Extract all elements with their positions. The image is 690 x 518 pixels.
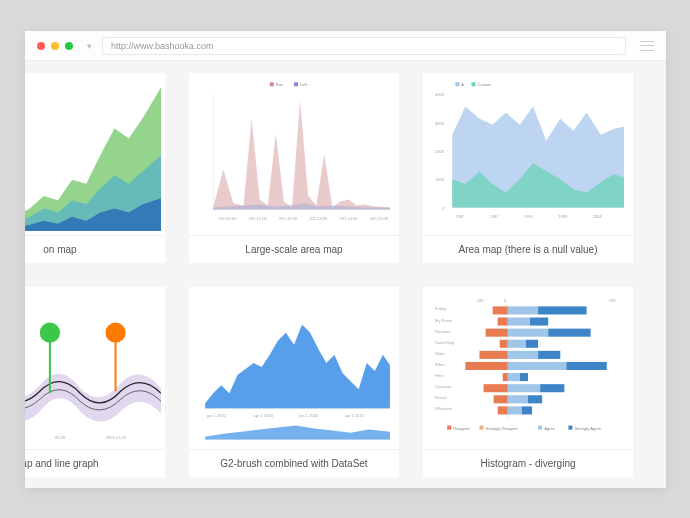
chart-plot xyxy=(25,73,165,235)
chart-caption: on map xyxy=(25,235,165,263)
svg-text:Agree: Agree xyxy=(544,426,556,431)
chart-plot: 4000 3000 2000 1000 0 A Custom xyxy=(423,73,633,235)
svg-rect-102 xyxy=(568,426,572,430)
svg-text:2000: 2000 xyxy=(435,149,445,154)
svg-text:0: 0 xyxy=(504,298,507,303)
svg-text:apr 1 2010: apr 1 2010 xyxy=(345,413,365,418)
svg-text:jan 1 2002: jan 1 2002 xyxy=(206,413,227,418)
svg-rect-75 xyxy=(538,351,560,359)
svg-text:2003: 2003 xyxy=(593,214,603,219)
chart-card-area-null[interactable]: 4000 3000 2000 1000 0 A Custom xyxy=(423,73,633,263)
svg-text:207-11:00: 207-11:00 xyxy=(249,216,268,221)
url-bar[interactable]: http://www.bashooka.com xyxy=(102,37,626,55)
svg-text:Constant: Constant xyxy=(435,384,452,389)
svg-text:Custom: Custom xyxy=(478,82,493,87)
svg-rect-63 xyxy=(530,318,548,326)
svg-point-39 xyxy=(105,323,125,343)
svg-rect-83 xyxy=(520,373,528,381)
svg-rect-58 xyxy=(508,306,538,314)
collapse-icon[interactable]: ▾ xyxy=(87,41,92,51)
svg-text:My Name: My Name xyxy=(435,318,453,323)
svg-text:Strongly Disagree: Strongly Disagree xyxy=(486,426,519,431)
svg-text:Left: Left xyxy=(300,82,308,87)
window-maximize-icon[interactable] xyxy=(65,42,73,50)
svg-text:A: A xyxy=(461,82,464,87)
svg-rect-79 xyxy=(566,362,606,370)
chart-plot: 05-20 07-20 09-20 2019-11-20 xyxy=(25,287,165,449)
svg-text:Write: Write xyxy=(435,351,445,356)
svg-marker-9 xyxy=(213,100,390,209)
svg-rect-85 xyxy=(484,384,508,392)
svg-text:1991: 1991 xyxy=(490,214,500,219)
svg-text:207-15:00: 207-15:00 xyxy=(370,216,389,221)
svg-text:3000: 3000 xyxy=(435,121,445,126)
svg-rect-7 xyxy=(294,82,298,86)
svg-text:Result: Result xyxy=(435,395,447,400)
chart-grid: on map Run Left xyxy=(25,73,633,477)
svg-rect-25 xyxy=(471,82,475,86)
svg-text:207-10:00: 207-10:00 xyxy=(218,216,237,221)
chart-card-diverging-histogram[interactable]: -100 0 100 Friday My Name Random Somethi… xyxy=(423,287,633,477)
svg-rect-5 xyxy=(270,82,274,86)
chart-plot: jan 1 2002 apr 1 2004 jan 1 2006 apr 1 2… xyxy=(189,287,399,449)
svg-text:Run: Run xyxy=(276,82,283,87)
svg-text:jan 1 2006: jan 1 2006 xyxy=(298,413,319,418)
chart-plot: -100 0 100 Friday My Name Random Somethi… xyxy=(423,287,633,449)
hamburger-menu-icon[interactable] xyxy=(640,41,654,51)
chart-card-line-lollipop[interactable]: 05-20 07-20 09-20 2019-11-20 ap and line… xyxy=(25,287,165,477)
svg-text:1987: 1987 xyxy=(455,214,465,219)
browser-window: ▾ http://www.bashooka.com on map xyxy=(25,31,666,488)
svg-text:09-20: 09-20 xyxy=(55,435,66,440)
svg-rect-82 xyxy=(508,373,520,381)
svg-rect-65 xyxy=(486,329,508,337)
svg-rect-89 xyxy=(494,395,508,403)
svg-rect-94 xyxy=(508,406,522,414)
svg-rect-96 xyxy=(447,426,451,430)
svg-rect-61 xyxy=(498,318,508,326)
svg-text:0: 0 xyxy=(442,206,445,211)
svg-rect-100 xyxy=(538,426,542,430)
svg-rect-67 xyxy=(548,329,590,337)
chart-caption: Histogram - diverging xyxy=(423,449,633,477)
chart-card-g2-brush[interactable]: jan 1 2002 apr 1 2004 jan 1 2006 apr 1 2… xyxy=(189,287,399,477)
content-area: on map Run Left xyxy=(25,61,666,488)
svg-rect-98 xyxy=(480,426,484,430)
svg-rect-87 xyxy=(540,384,564,392)
svg-point-37 xyxy=(40,323,60,343)
chart-caption: Area map (there is a null value) xyxy=(423,235,633,263)
svg-rect-86 xyxy=(508,384,540,392)
svg-rect-62 xyxy=(508,318,530,326)
svg-marker-50 xyxy=(205,426,390,440)
svg-text:1999: 1999 xyxy=(558,214,568,219)
svg-rect-95 xyxy=(522,406,532,414)
chart-caption: Large-scale area map xyxy=(189,235,399,263)
svg-text:100: 100 xyxy=(609,298,616,303)
chart-card-large-scale-area[interactable]: Run Left 207-10:00 207-11:00 207-12:00 2… xyxy=(189,73,399,263)
svg-rect-59 xyxy=(538,306,586,314)
svg-text:4000: 4000 xyxy=(435,92,445,97)
svg-text:2019-11-20: 2019-11-20 xyxy=(105,435,126,440)
svg-rect-57 xyxy=(493,306,508,314)
svg-text:Something: Something xyxy=(435,340,454,345)
svg-rect-69 xyxy=(500,340,508,348)
svg-rect-66 xyxy=(508,329,548,337)
svg-text:207-13:00: 207-13:00 xyxy=(309,216,328,221)
window-close-icon[interactable] xyxy=(37,42,45,50)
svg-rect-91 xyxy=(528,395,542,403)
svg-text:Strongly Agree: Strongly Agree xyxy=(574,426,601,431)
svg-text:Effort: Effort xyxy=(435,362,445,367)
svg-text:207-12:00: 207-12:00 xyxy=(279,216,298,221)
browser-chrome: ▾ http://www.bashooka.com xyxy=(25,31,666,61)
chart-caption: ap and line graph xyxy=(25,449,165,477)
svg-text:Whatever: Whatever xyxy=(435,406,453,411)
svg-rect-73 xyxy=(480,351,508,359)
svg-rect-74 xyxy=(508,351,538,359)
svg-rect-23 xyxy=(455,82,459,86)
chart-card-on-map[interactable]: on map xyxy=(25,73,165,263)
svg-text:1995: 1995 xyxy=(524,214,534,219)
url-text: http://www.bashooka.com xyxy=(111,41,214,51)
svg-rect-81 xyxy=(503,373,508,381)
chart-caption: G2-brush combined with DataSet xyxy=(189,449,399,477)
window-minimize-icon[interactable] xyxy=(51,42,59,50)
chart-plot: Run Left 207-10:00 207-11:00 207-12:00 2… xyxy=(189,73,399,235)
